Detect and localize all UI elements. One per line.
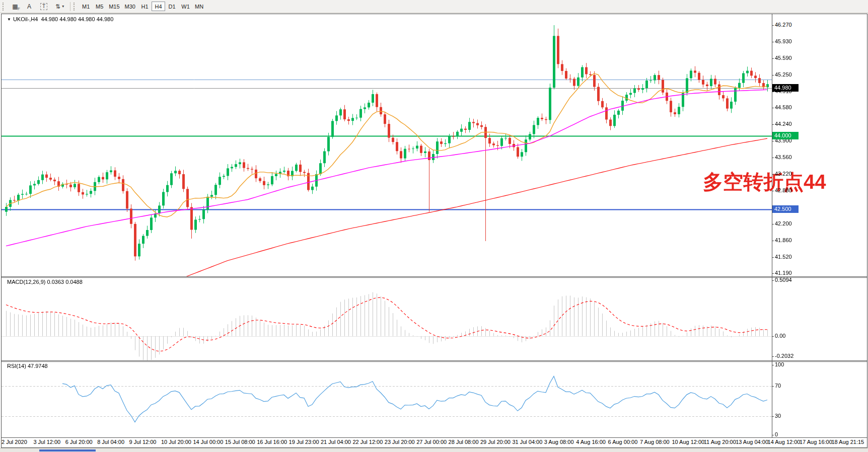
price-tick-label: 43.220 <box>775 171 792 177</box>
arrows-icon: ⇅ <box>55 4 60 10</box>
chart-title: ▼UKOil-,H4 44.980 44.980 44.980 44.980 <box>7 16 113 22</box>
toolbar-grip[interactable] <box>3 3 5 11</box>
text-tool-button[interactable]: T <box>37 2 51 12</box>
dropdown-icon[interactable]: ▼ <box>7 17 11 22</box>
date-label: 22 Jul 12:00 <box>352 439 383 445</box>
timeframe-grip[interactable] <box>74 3 76 11</box>
date-label: 2 Jul 2020 <box>2 439 27 445</box>
price-tick-label: 43.560 <box>775 154 792 160</box>
ohlc-quotes: 44.980 44.980 44.980 44.980 <box>41 16 114 22</box>
toolbar: ▦ F A T ⇅ ▾ M1M5M15M30H1H4D1W1MN <box>0 0 868 13</box>
price-tick-label: 45.590 <box>775 55 792 61</box>
date-label: 27 Jul 00:00 <box>416 439 447 445</box>
symbol-label: UKOil-,H4 <box>13 16 38 22</box>
date-label: 17 Aug 16:00 <box>800 439 832 445</box>
price-tick-label: 45.250 <box>775 71 792 78</box>
text-box-icon: T <box>40 3 47 10</box>
date-label: 21 Jul 04:00 <box>321 439 351 445</box>
date-label: 10 Aug 12:00 <box>672 439 704 445</box>
chevron-down-icon: ▾ <box>62 4 64 9</box>
timeframe-h4[interactable]: H4 <box>152 2 165 11</box>
date-label: 3 Aug 08:00 <box>544 439 574 445</box>
timeframe-w1[interactable]: W1 <box>179 2 192 11</box>
price-tick-label: 44.580 <box>775 104 792 110</box>
price-tick-label: 42.200 <box>775 220 792 227</box>
label-tool-button[interactable]: A <box>23 2 36 12</box>
rsi-axis-label: 0 <box>775 431 778 437</box>
price-tick-label: 42.880 <box>775 187 792 193</box>
date-label: 10 Jul 20:00 <box>161 439 191 445</box>
bottom-scrollbar[interactable] <box>39 449 96 451</box>
pane-separator[interactable] <box>2 360 867 361</box>
price-tick-label: 41.520 <box>775 254 792 260</box>
date-label: 23 Jul 20:00 <box>385 439 415 445</box>
pane-separator[interactable] <box>2 361 867 362</box>
date-label: 9 Jul 12:00 <box>129 439 157 445</box>
date-label: 6 Aug 00:00 <box>608 439 638 445</box>
annotation-text[interactable]: 多空转折点44 <box>703 172 826 192</box>
date-label: 14 Jul 00:00 <box>193 439 223 445</box>
date-label: 7 Aug 08:00 <box>640 439 670 445</box>
price-badge: 44.980 <box>772 84 799 92</box>
price-tick-label: 41.190 <box>775 270 792 276</box>
date-label: 29 Jul 20:00 <box>480 439 511 445</box>
pane-separator[interactable] <box>2 277 867 278</box>
macd-label: MACD(12,26,9) 0.0363 0.0488 <box>7 279 83 285</box>
time-axis-border <box>2 437 867 438</box>
date-label: 28 Jul 08:00 <box>449 439 479 445</box>
date-label: 14 Aug 12:00 <box>768 439 801 445</box>
grid-tool-button[interactable]: ▦ F <box>9 2 22 12</box>
date-label: 13 Aug 04:00 <box>736 439 768 445</box>
rsi-axis-label: 70 <box>775 383 781 389</box>
macd-axis-label: -0.2032 <box>775 353 793 359</box>
date-label: 11 Aug 20:00 <box>704 439 736 445</box>
date-label: 31 Jul 04:00 <box>512 439 542 445</box>
price-badge: 44.000 <box>772 132 799 139</box>
macd-axis-label: 0.5094 <box>775 277 792 283</box>
price-tick-label: 41.860 <box>775 237 792 243</box>
macd-axis-label: 0.00 <box>775 333 785 339</box>
price-badge: 42.500 <box>772 205 799 213</box>
date-label: 19 Jul 23:00 <box>289 439 319 445</box>
date-label: 3 Jul 12:00 <box>33 439 60 445</box>
toolbar-separator <box>70 2 70 11</box>
grid-icon-sub: F <box>18 7 20 11</box>
arrows-tool-button[interactable]: ⇅ ▾ <box>52 2 67 12</box>
price-tick-label: 44.240 <box>775 121 792 127</box>
label-a-icon: A <box>27 4 31 10</box>
date-label: 4 Aug 16:00 <box>576 439 606 445</box>
bottom-bar <box>0 448 868 452</box>
date-label: 6 Jul 20:00 <box>65 439 93 445</box>
timeframe-buttons: M1M5M15M30H1H4D1W1MN <box>79 2 206 11</box>
chart-canvas[interactable] <box>2 14 772 437</box>
timeframe-m5[interactable]: M5 <box>93 2 106 11</box>
date-label: 15 Jul 08:00 <box>225 439 255 445</box>
timeframe-d1[interactable]: D1 <box>165 2 179 11</box>
rsi-label: RSI(14) 47.9748 <box>7 363 48 369</box>
price-axis-border <box>772 14 772 437</box>
chart-window: ▼UKOil-,H4 44.980 44.980 44.980 44.980 M… <box>1 14 867 448</box>
rsi-axis-label: 30 <box>775 413 781 419</box>
timeframe-h1[interactable]: H1 <box>138 2 152 11</box>
date-label: 18 Aug 21:15 <box>831 439 864 445</box>
date-label: 8 Jul 04:00 <box>97 439 124 445</box>
timeframe-m30[interactable]: M30 <box>122 2 138 11</box>
timeframe-mn[interactable]: MN <box>192 2 206 11</box>
rsi-axis-label: 100 <box>775 361 784 367</box>
timeframe-m1[interactable]: M1 <box>79 2 93 11</box>
grid-icon: ▦ <box>12 4 18 10</box>
timeframe-m15[interactable]: M15 <box>106 2 122 11</box>
date-label: 16 Jul 16:00 <box>257 439 287 445</box>
pane-separator[interactable] <box>2 276 867 277</box>
price-tick-label: 46.270 <box>775 22 792 28</box>
price-tick-label: 45.930 <box>775 38 792 44</box>
